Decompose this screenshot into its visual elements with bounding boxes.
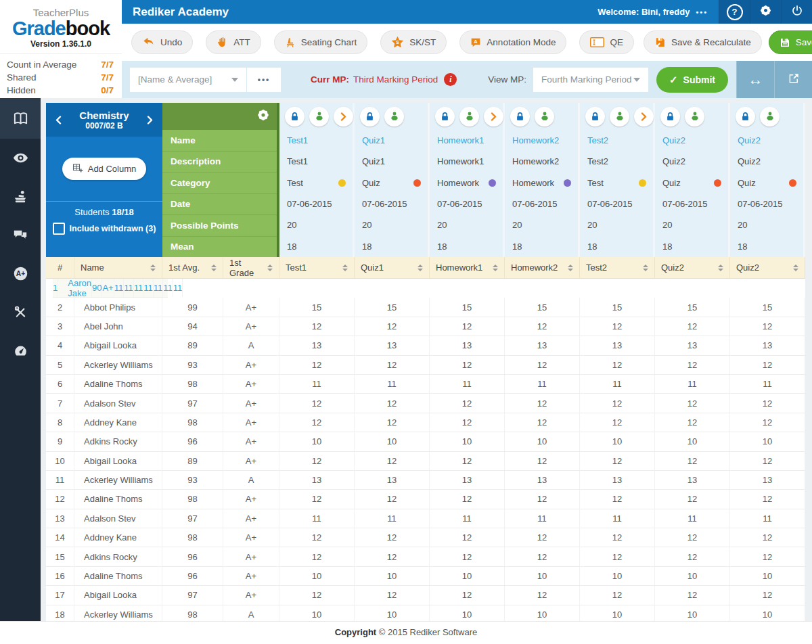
undo-button[interactable]: Undo [131,30,193,54]
score-cell[interactable]: 11 [430,375,505,393]
score-cell[interactable]: 12 [655,317,730,336]
score-cell[interactable]: 11 [430,509,505,528]
score-cell[interactable]: 11 [124,279,134,297]
student-name[interactable]: Adaline Thoms [74,567,162,585]
score-cell[interactable]: 12 [279,317,355,336]
sidebar-item-a-plus[interactable]: A+ [0,254,41,293]
score-cell[interactable]: 10 [355,432,430,451]
student-row[interactable]: 1Aaron Jake90A+11111111111111 [53,279,168,298]
swap-arrows-button[interactable]: ↔ [736,61,774,98]
student-row[interactable]: 17Abigail Looka97A+12121212121212 [46,586,805,605]
student-row[interactable]: 8Addney Kane98A+12121212121212 [46,413,805,432]
score-cell[interactable]: 13 [730,471,805,489]
score-cell[interactable]: 13 [655,471,730,489]
seating-chart-button[interactable]: Seating Chart [274,30,368,54]
score-cell[interactable]: 11 [655,375,730,393]
score-cell[interactable]: 12 [730,528,805,547]
score-cell[interactable]: 13 [730,336,805,354]
student-name[interactable]: Addney Kane [74,413,162,432]
sk-st-button[interactable]: SSK/ST [380,30,447,54]
assignment-name-link[interactable]: Homework1 [430,130,503,151]
score-cell[interactable]: 10 [279,567,355,585]
score-cell[interactable]: 12 [655,356,730,374]
student-row[interactable]: 6Adaline Thoms98A+11111111111111 [46,375,805,394]
student-name[interactable]: Ackerley Williams [74,356,162,374]
score-cell[interactable]: 12 [355,528,430,547]
score-cell[interactable]: 12 [355,490,430,508]
help-button[interactable]: ? [719,0,750,24]
power-button[interactable] [781,0,812,24]
student-row[interactable]: 14Addney Kane98A+12121212121212 [46,528,805,547]
qe-button[interactable]: QE [579,30,634,54]
lock-icon[interactable] [435,107,455,127]
score-cell[interactable]: 10 [430,567,505,585]
score-cell[interactable]: 13 [355,471,430,489]
expand-icon[interactable] [484,107,503,127]
score-cell[interactable]: 12 [730,356,805,374]
score-cell[interactable]: 13 [580,336,655,354]
score-cell[interactable]: 12 [505,490,580,508]
score-cell[interactable]: 11 [163,279,173,297]
score-cell[interactable]: 12 [655,394,730,412]
sidebar-item-podium[interactable] [0,177,41,216]
sidebar-item-gauge[interactable] [0,331,41,370]
score-cell[interactable]: 10 [355,567,430,585]
score-cell[interactable]: 15 [655,298,730,316]
lock-icon[interactable] [510,107,530,127]
score-cell[interactable]: 11 [154,279,164,297]
score-cell[interactable]: 11 [730,509,805,528]
score-cell[interactable]: 12 [355,547,430,566]
student-name[interactable]: Addney Kane [74,528,162,547]
student-row[interactable]: 9Adkins Rocky96A+10101010101010 [46,432,805,451]
score-cell[interactable]: 12 [580,547,655,566]
assignment-name-link[interactable]: Homework2 [505,130,578,151]
info-icon[interactable]: i [444,73,457,86]
gear-button[interactable] [750,0,781,24]
score-cell[interactable]: 12 [430,586,505,604]
student-name[interactable]: Adaline Thoms [74,490,162,508]
student-row[interactable]: 10Abigail Looka89A+12121212121212 [46,452,805,471]
score-cell[interactable]: 12 [580,413,655,432]
score-cell[interactable]: 10 [730,432,805,451]
score-cell[interactable]: 12 [730,586,805,604]
lock-icon[interactable] [360,107,380,127]
lock-icon[interactable] [660,107,680,127]
column-header-name-1[interactable]: Name [74,257,162,278]
annotation-mode-button[interactable]: AAnnotation Mode [459,30,566,54]
score-cell[interactable]: 12 [730,394,805,412]
score-cell[interactable]: 12 [505,394,580,412]
student-row[interactable]: 3Abel John94A+12121212121212 [46,317,805,336]
external-link-button[interactable] [774,61,812,98]
score-cell[interactable]: 15 [355,298,430,316]
score-cell[interactable]: 12 [655,528,730,547]
assignment-name-link[interactable]: Quiz2 [730,130,803,151]
score-cell[interactable]: 10 [655,432,730,451]
score-cell[interactable]: 15 [580,298,655,316]
att-button[interactable]: ATT [206,30,261,54]
sidebar-item-chat-bubbles[interactable] [0,216,41,254]
add-column-button[interactable]: Add Column [62,158,147,180]
column-header-test1-4[interactable]: Test1 [279,257,355,278]
score-cell[interactable]: 13 [355,336,430,354]
sidebar-item-book-open[interactable] [0,98,41,139]
score-cell[interactable]: 12 [355,317,430,336]
score-cell[interactable]: 12 [580,317,655,336]
score-cell[interactable]: 12 [355,413,430,432]
score-cell[interactable]: 10 [505,567,580,585]
student-share-icon[interactable] [760,107,780,127]
student-name[interactable]: Abigail Looka [74,452,162,470]
score-cell[interactable]: 12 [279,528,355,547]
student-name[interactable]: Adalson Stev [74,394,162,412]
score-cell[interactable]: 12 [430,528,505,547]
score-cell[interactable]: 10 [430,432,505,451]
student-name[interactable]: Ackerley Williams [74,471,162,489]
lock-icon[interactable] [285,107,304,127]
view-layout-dropdown[interactable]: [Name & Average] [130,68,246,92]
assignment-name-link[interactable]: Test2 [580,130,653,151]
student-row[interactable]: 7Adalson Stev97A+12121212121212 [46,394,805,413]
assignment-name-link[interactable]: Test1 [279,130,353,151]
student-name[interactable]: Adkins Rocky [74,547,162,566]
score-cell[interactable]: 11 [279,375,355,393]
student-name[interactable]: Abigail Looka [74,586,162,604]
score-cell[interactable]: 12 [580,356,655,374]
